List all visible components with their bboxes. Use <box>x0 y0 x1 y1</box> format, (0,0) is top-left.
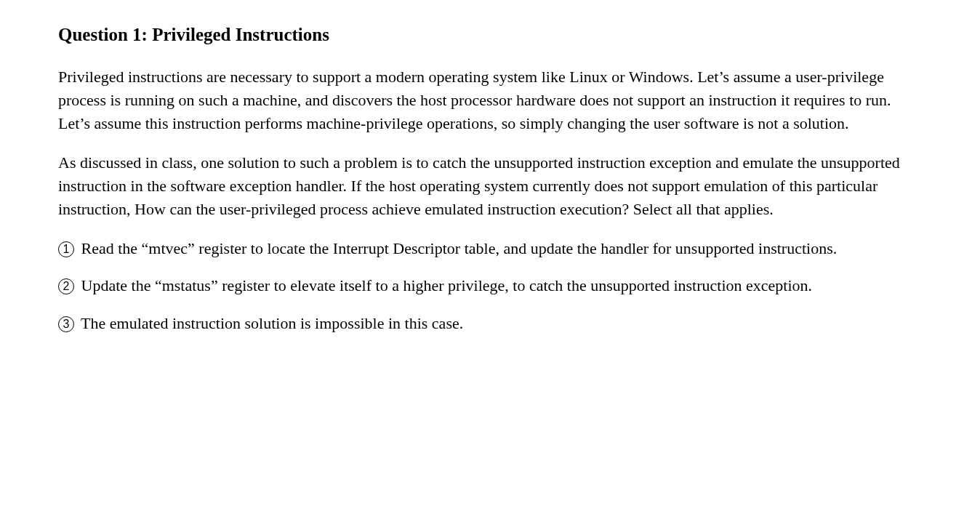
option-3: 3 The emulated instruction solution is i… <box>58 312 922 335</box>
question-paragraph-2: As discussed in class, one solution to s… <box>58 151 922 221</box>
question-paragraph-1: Privileged instructions are necessary to… <box>58 65 922 135</box>
option-text: Read the “mtvec” register to locate the … <box>77 239 837 257</box>
option-text: Update the “mstatus” register to elevate… <box>77 276 812 294</box>
option-text: The emulated instruction solution is imp… <box>77 314 463 332</box>
question-heading: Question 1: Privileged Instructions <box>58 22 922 48</box>
option-1: 1 Read the “mtvec” register to locate th… <box>58 237 922 260</box>
option-number-icon: 1 <box>58 241 74 257</box>
option-number-icon: 3 <box>58 316 74 332</box>
option-number-icon: 2 <box>58 278 74 294</box>
option-2: 2 Update the “mstatus” register to eleva… <box>58 274 922 297</box>
